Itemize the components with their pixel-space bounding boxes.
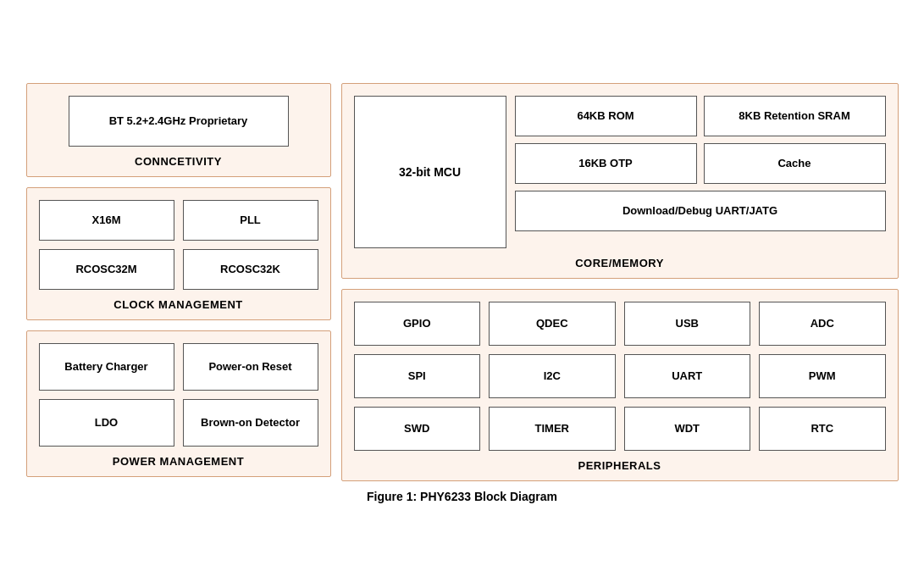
peri-rtc: RTC <box>759 407 886 451</box>
peripherals-section: GPIO QDEC USB ADC SPI I2C UART PWM SWD T… <box>341 289 899 481</box>
mem-cache: Cache <box>704 143 886 184</box>
power-block-battery: Battery Charger <box>39 343 174 391</box>
peri-wdt: WDT <box>624 407 751 451</box>
mem-debug: Download/Debug UART/JATG <box>515 191 886 231</box>
memory-grid: 64KB ROM 8KB Retention SRAM 16KB OTP Cac… <box>515 96 886 231</box>
power-block-brown: Brown-on Detector <box>183 399 318 447</box>
power-section: Battery Charger Power-on Reset LDO Brown… <box>26 330 331 477</box>
connectivity-section: BT 5.2+2.4GHz Proprietary CONNCETIVITY <box>26 83 331 177</box>
clock-block-x16m: X16M <box>39 200 174 241</box>
clock-block-rcosc32m: RCOSC32M <box>39 249 174 290</box>
power-label: POWER MANAGEMENT <box>39 455 318 468</box>
mem-rom: 64KB ROM <box>515 96 697 136</box>
peripherals-label: PERIPHERALS <box>354 459 886 472</box>
clock-block-pll: PLL <box>183 200 318 241</box>
connectivity-label: CONNCETIVITY <box>39 155 318 168</box>
peri-timer: TIMER <box>489 407 616 451</box>
peri-gpio: GPIO <box>354 302 481 346</box>
power-grid: Battery Charger Power-on Reset LDO Brown… <box>39 343 318 447</box>
bt-block: BT 5.2+2.4GHz Proprietary <box>69 96 289 147</box>
mem-sram: 8KB Retention SRAM <box>704 96 886 136</box>
clock-label: CLOCK MANAGEMENT <box>39 298 318 311</box>
peri-adc: ADC <box>759 302 886 346</box>
main-grid: BT 5.2+2.4GHz Proprietary CONNCETIVITY X… <box>26 83 899 481</box>
peri-qdec: QDEC <box>489 302 616 346</box>
peri-spi: SPI <box>354 354 481 398</box>
power-block-ldo: LDO <box>39 399 174 447</box>
core-inner: 32-bit MCU 64KB ROM 8KB Retention SRAM 1… <box>354 96 886 248</box>
left-column: BT 5.2+2.4GHz Proprietary CONNCETIVITY X… <box>26 83 331 481</box>
peri-i2c: I2C <box>489 354 616 398</box>
right-column: 32-bit MCU 64KB ROM 8KB Retention SRAM 1… <box>341 83 899 481</box>
clock-block-rcosc32k: RCOSC32K <box>183 249 318 290</box>
peri-uart: UART <box>624 354 751 398</box>
peripherals-grid: GPIO QDEC USB ADC SPI I2C UART PWM SWD T… <box>354 302 886 451</box>
peri-pwm: PWM <box>759 354 886 398</box>
core-label: CORE/MEMORY <box>354 257 886 269</box>
peri-swd: SWD <box>354 407 481 451</box>
clock-section: X16M PLL RCOSC32M RCOSC32K CLOCK MANAGEM… <box>26 187 331 320</box>
mcu-block: 32-bit MCU <box>354 96 506 248</box>
figure-caption: Figure 1: PHY6233 Block Diagram <box>26 490 899 503</box>
diagram-wrapper: BT 5.2+2.4GHz Proprietary CONNCETIVITY X… <box>18 66 907 512</box>
clock-grid: X16M PLL RCOSC32M RCOSC32K <box>39 200 318 290</box>
peri-usb: USB <box>624 302 751 346</box>
connectivity-inner: BT 5.2+2.4GHz Proprietary <box>39 96 318 147</box>
core-section: 32-bit MCU 64KB ROM 8KB Retention SRAM 1… <box>341 83 899 279</box>
mem-otp: 16KB OTP <box>515 143 697 184</box>
power-block-poweron: Power-on Reset <box>183 343 318 391</box>
